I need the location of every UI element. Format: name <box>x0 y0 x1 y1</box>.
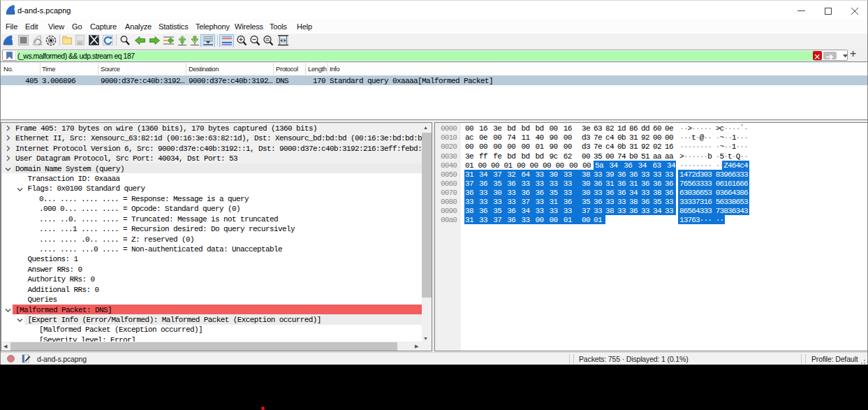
svg-text:abc: abc <box>78 41 82 45</box>
